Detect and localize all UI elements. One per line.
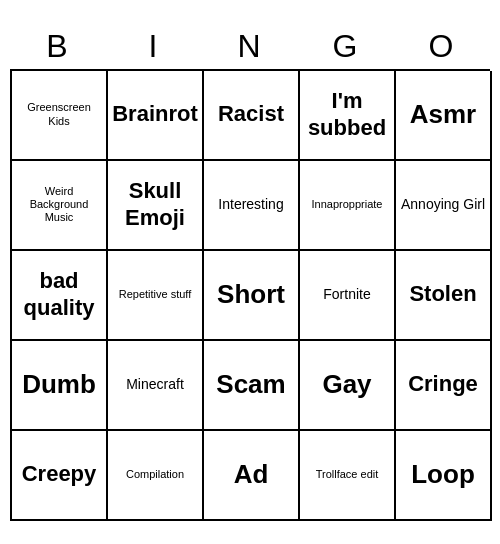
cell-r3-c4: Cringe [396, 341, 492, 431]
cell-r0-c4: Asmr [396, 71, 492, 161]
header-letter-i: I [109, 28, 199, 65]
cell-r0-c0: Greenscreen Kids [12, 71, 108, 161]
cell-r1-c3: Innaproppriate [300, 161, 396, 251]
cell-r1-c1: Skull Emoji [108, 161, 204, 251]
cell-r1-c2: Interesting [204, 161, 300, 251]
cell-r3-c2: Scam [204, 341, 300, 431]
header-letter-g: G [301, 28, 391, 65]
cell-r0-c3: I'm subbed [300, 71, 396, 161]
cell-r2-c0: bad quality [12, 251, 108, 341]
cell-r3-c1: Minecraft [108, 341, 204, 431]
cell-r2-c1: Repetitive stuff [108, 251, 204, 341]
cell-r4-c3: Trollface edit [300, 431, 396, 521]
header-letter-n: N [205, 28, 295, 65]
header-letter-o: O [397, 28, 487, 65]
cell-r4-c2: Ad [204, 431, 300, 521]
cell-r0-c2: Racist [204, 71, 300, 161]
cell-r1-c0: Weird Background Music [12, 161, 108, 251]
bingo-header: BINGO [10, 24, 490, 69]
header-letter-b: B [13, 28, 103, 65]
cell-r4-c0: Creepy [12, 431, 108, 521]
cell-r2-c4: Stolen [396, 251, 492, 341]
cell-r4-c1: Compilation [108, 431, 204, 521]
cell-r3-c3: Gay [300, 341, 396, 431]
cell-r2-c2: Short [204, 251, 300, 341]
cell-r0-c1: Brainrot [108, 71, 204, 161]
cell-r3-c0: Dumb [12, 341, 108, 431]
bingo-grid: Greenscreen KidsBrainrotRacistI'm subbed… [10, 69, 490, 521]
cell-r4-c4: Loop [396, 431, 492, 521]
bingo-card: BINGO Greenscreen KidsBrainrotRacistI'm … [10, 24, 490, 521]
cell-r2-c3: Fortnite [300, 251, 396, 341]
cell-r1-c4: Annoying Girl [396, 161, 492, 251]
